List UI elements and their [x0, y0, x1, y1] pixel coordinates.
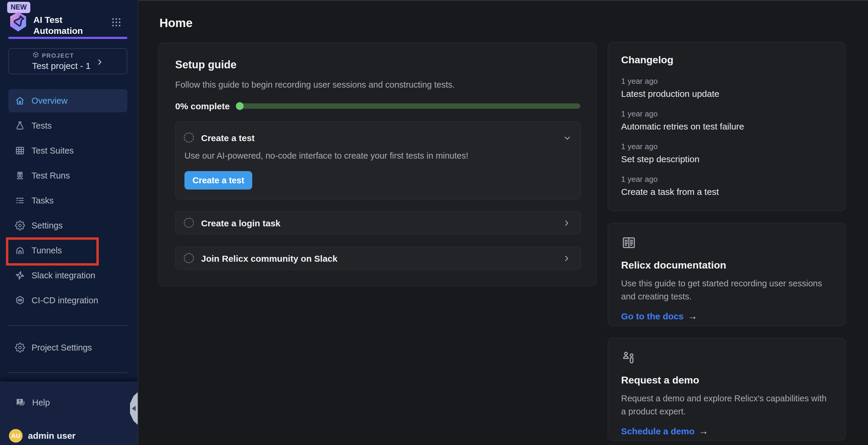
setup-step-join-slack-community[interactable]: Join Relicx community on Slack: [175, 246, 581, 270]
arrow-right-icon: →: [688, 311, 697, 322]
chevron-right-icon: [96, 58, 103, 67]
sidebar-item-test-runs[interactable]: Test Runs: [8, 164, 127, 187]
tunnel-icon: [15, 245, 25, 255]
sidebar-item-tests[interactable]: Tests: [8, 114, 127, 137]
chevron-right-icon[interactable]: [562, 254, 571, 264]
changelog-title: Changelog: [621, 54, 832, 66]
sidebar-item-tunnels[interactable]: Tunnels: [8, 239, 127, 262]
help-label: Help: [32, 398, 50, 408]
sidebar-nav: Overview Tests Test Suites: [8, 89, 127, 314]
chevron-down-icon[interactable]: [563, 134, 572, 144]
help-button[interactable]: ? Help: [8, 391, 127, 414]
step-title: Join Relicx community on Slack: [201, 254, 337, 264]
changelog-card: Changelog 1 year ago Latest production u…: [608, 42, 846, 211]
tasks-icon: [15, 196, 25, 206]
changelog-entry: 1 year ago Create a task from a test: [621, 174, 832, 197]
step-title: Create a test: [201, 133, 255, 143]
link-text: Go to the docs: [621, 311, 684, 321]
step-description: Use our AI-powered, no-code interface to…: [184, 151, 468, 161]
project-name: Test project - 1: [32, 61, 91, 71]
project-selector[interactable]: PROJECT Test project - 1: [8, 48, 127, 74]
gear-icon: [15, 343, 25, 353]
step-title: Create a login task: [201, 218, 280, 229]
changelog-entry-title: Latest production update: [621, 89, 832, 99]
incomplete-status-icon: [184, 218, 194, 228]
sidebar-item-cicd-integration[interactable]: CI-CD integration: [8, 289, 127, 312]
sidebar-bottom-panel: ? Help AU admin user: [0, 381, 138, 445]
schedule-demo-link[interactable]: Schedule a demo →: [621, 426, 708, 437]
progress-bar: [236, 102, 580, 110]
table-icon: [15, 145, 25, 156]
slack-icon: [15, 270, 25, 280]
sidebar-item-label: Test Suites: [32, 146, 74, 156]
setup-guide-subtitle: Follow this guide to begin recording use…: [175, 80, 455, 90]
changelog-time: 1 year ago: [621, 76, 832, 86]
sidebar-item-label: CI-CD integration: [32, 296, 98, 305]
sidebar-item-label: Tests: [32, 121, 52, 131]
sidebar-divider: [8, 325, 127, 326]
sidebar-item-test-suites[interactable]: Test Suites: [8, 139, 127, 162]
changelog-entry: 1 year ago Latest production update: [621, 76, 832, 99]
sidebar-item-project-settings[interactable]: Project Settings: [8, 336, 127, 359]
setup-step-create-login-task[interactable]: Create a login task: [175, 211, 581, 234]
changelog-entry-title: Set step description: [621, 154, 832, 165]
changelog-entry-title: Create a task from a test: [621, 186, 832, 197]
flask-icon: [15, 121, 25, 131]
setup-step-create-a-test[interactable]: Create a test Use our AI-powered, no-cod…: [175, 122, 581, 200]
changelog-entry-title: Automatic retries on test failure: [621, 121, 832, 132]
cicd-icon: [15, 295, 25, 305]
home-icon: [15, 96, 25, 106]
request-demo-card: Request a demo Request a demo and explor…: [608, 338, 846, 441]
create-a-test-button[interactable]: Create a test: [184, 171, 252, 190]
changelog-time: 1 year ago: [621, 174, 832, 184]
help-icon: ?: [15, 397, 26, 408]
page-title: Home: [159, 16, 192, 30]
sidebar-item-label: Slack integration: [32, 271, 95, 280]
sidebar-item-slack-integration[interactable]: Slack integration: [8, 264, 127, 287]
documentation-icon: [621, 235, 832, 251]
sidebar-item-tasks[interactable]: Tasks: [8, 189, 127, 212]
changelog-time: 1 year ago: [621, 109, 832, 118]
sidebar-divider: [8, 372, 127, 373]
changelog-time: 1 year ago: [621, 142, 832, 151]
app-logo-icon: [8, 11, 28, 33]
request-demo-title: Request a demo: [621, 374, 832, 386]
gear-icon: [15, 220, 25, 231]
project-box-icon: [32, 52, 39, 60]
setup-guide-title: Setup guide: [175, 59, 237, 71]
sidebar-item-label: Settings: [32, 221, 63, 231]
brand-divider: [8, 37, 127, 39]
app-launcher-grid-icon[interactable]: [111, 16, 122, 29]
app-title: AI Test Automation: [33, 14, 99, 36]
sidebar-item-label: Tasks: [32, 196, 54, 206]
arrow-right-icon: →: [699, 426, 708, 437]
test-runs-icon: [15, 171, 25, 181]
incomplete-status-icon: [184, 133, 194, 143]
documentation-body: Use this guide to get started recording …: [621, 277, 832, 303]
documentation-title: Relicx documentation: [621, 259, 832, 271]
collapse-arrow-icon: [132, 406, 136, 411]
sidebar: NEW AI Test Automation: [0, 0, 138, 445]
incomplete-status-icon: [184, 253, 194, 263]
progress-dot: [236, 102, 244, 110]
setup-guide-card: Setup guide Follow this guide to begin r…: [158, 43, 597, 286]
documentation-card: Relicx documentation Use this guide to g…: [608, 223, 846, 326]
sidebar-item-overview[interactable]: Overview: [8, 89, 127, 112]
sidebar-item-label: Overview: [32, 96, 67, 106]
sidebar-item-label: Tunnels: [32, 246, 62, 255]
sidebar-item-settings[interactable]: Settings: [8, 214, 127, 237]
user-menu[interactable]: AU admin user: [9, 429, 75, 443]
avatar: AU: [9, 429, 23, 443]
progress-label: 0% complete: [175, 101, 230, 111]
request-demo-body: Request a demo and explore Relicx's capa…: [621, 392, 832, 418]
progress-track: [236, 103, 580, 109]
svg-text:?: ?: [19, 399, 21, 404]
people-icon: [621, 350, 832, 367]
changelog-entry: 1 year ago Set step description: [621, 142, 832, 165]
go-to-docs-link[interactable]: Go to the docs →: [621, 311, 697, 322]
link-text: Schedule a demo: [621, 426, 694, 436]
sidebar-item-label: Test Runs: [32, 171, 70, 181]
user-name: admin user: [28, 431, 75, 441]
chevron-right-icon[interactable]: [562, 219, 571, 229]
changelog-entry: 1 year ago Automatic retries on test fai…: [621, 109, 832, 132]
